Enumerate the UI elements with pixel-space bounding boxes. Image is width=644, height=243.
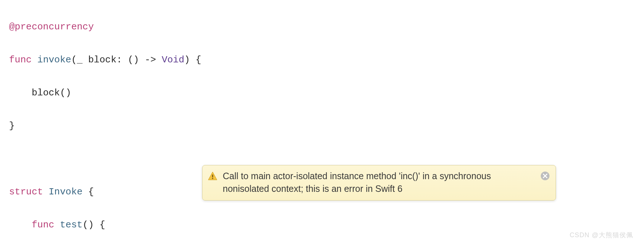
struct-open-brace: { [88,186,94,197]
keyword-func: func [9,54,32,65]
arrow: -> [145,54,156,65]
test-open-brace: { [100,219,105,230]
call-close-paren: ) [66,87,71,98]
open-paren: ( [71,54,77,65]
type-void: Void [162,54,184,65]
watermark: CSDN @大熊猫侯佩 [570,231,633,239]
keyword-struct: struct [9,186,43,197]
close-icon[interactable] [540,170,550,183]
test-close-paren: ) [88,219,94,230]
call-open-paren: ( [60,87,66,98]
param-underscore: _ [77,54,83,65]
open-brace: { [196,54,201,65]
function-name-test: test [60,219,82,230]
param-name: block [88,54,116,65]
block-call: block [32,87,60,98]
type-close-paren: ) [133,54,139,65]
test-open-paren: ( [83,219,88,230]
svg-rect-0 [212,174,213,177]
struct-name: Invoke [49,186,83,197]
warning-icon [208,170,218,184]
keyword-func-test: func [32,219,54,230]
close-brace: } [9,120,15,131]
colon: : [117,54,122,65]
code-editor[interactable]: @preconcurrency func invoke(_ block: () … [0,0,644,243]
function-name-invoke: invoke [37,54,71,65]
type-open-paren: ( [128,54,134,65]
close-paren: ) [184,54,190,65]
warning-popup[interactable]: Call to main actor-isolated instance met… [202,165,556,201]
attribute-preconcurrency: @preconcurrency [9,21,94,32]
svg-point-1 [212,178,213,179]
warning-message: Call to main actor-isolated instance met… [223,170,535,195]
